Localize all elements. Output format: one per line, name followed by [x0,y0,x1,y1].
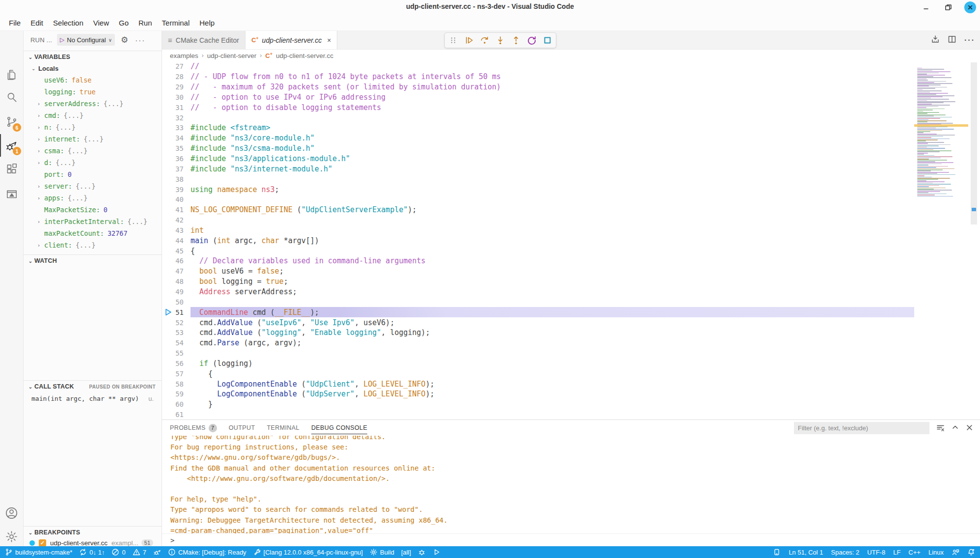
code-editor[interactable]: 27//28// - UDP flow from n0 to n1 of 102… [162,61,980,419]
line-number[interactable]: 49 [162,288,191,296]
menu-item-go[interactable]: Go [114,17,134,29]
status-utf-8[interactable]: UTF-8 [867,549,885,556]
line-number[interactable]: 59 [162,390,191,398]
stop-icon[interactable] [542,35,553,46]
source-control-icon[interactable]: 6 [0,111,23,133]
clear-filter-icon[interactable] [936,423,945,433]
menu-item-selection[interactable]: Selection [48,17,88,29]
breakpoints-section-header[interactable]: ⌄ BREAKPOINTS [24,526,162,538]
line-number[interactable]: 61 [162,411,191,418]
run-debug-icon[interactable]: 1 [0,134,23,157]
split-editor-icon[interactable] [948,35,956,46]
close-panel-icon[interactable] [966,424,973,433]
minimize-icon[interactable] [921,2,932,13]
scrollbar-thumb[interactable] [971,62,977,224]
status--all-[interactable]: [all] [401,549,411,556]
panel-tab-terminal[interactable]: TERMINAL [267,420,299,436]
status-branch-icon[interactable]: buildsystem-cmake* [5,548,72,556]
toolbar-drag-handle[interactable] [448,35,459,46]
extensions-icon[interactable] [0,158,23,180]
variable-row[interactable]: ›apps:{...} [24,192,162,204]
status-linux[interactable]: Linux [928,549,944,556]
step-out-icon[interactable] [511,35,521,46]
line-number[interactable]: 35 [162,144,191,152]
status-lf[interactable]: LF [893,549,900,556]
status-debug-status-icon[interactable] [153,548,161,556]
variable-row[interactable]: ›logging:true [24,86,162,98]
line-number[interactable]: 52 [162,319,191,327]
line-number[interactable]: 42 [162,216,191,224]
step-into-icon[interactable] [495,35,506,46]
line-number[interactable]: 38 [162,175,191,183]
line-number[interactable]: 30 [162,93,191,101]
search-icon[interactable] [0,86,23,109]
console-prompt[interactable]: > [162,533,980,546]
status-wrench-icon[interactable]: [Clang 12.0.0 x86_64-pc-linux-gnu] [253,548,363,556]
status-play-icon[interactable] [433,548,440,556]
close-tab-icon[interactable]: × [327,36,331,44]
variable-row[interactable]: ›client:{...} [24,239,162,251]
continue-icon[interactable] [463,35,474,46]
status-warning-icon[interactable]: 7 [133,548,146,556]
menu-item-view[interactable]: View [88,17,114,29]
panel-tab-problems[interactable]: PROBLEMS7 [170,420,217,436]
variable-row[interactable]: ›MaxPacketSize:0 [24,204,162,216]
variable-row[interactable]: ›useV6:false [24,74,162,86]
variable-row[interactable]: ›cmd:{...} [24,110,162,121]
more-actions-icon[interactable]: ··· [964,36,975,45]
stack-frame-row[interactable]: main(int argc, char ** argv) u. [24,393,162,404]
editor-scrollbar[interactable] [968,61,980,419]
menu-item-edit[interactable]: Edit [26,17,48,29]
variable-row[interactable]: ›csma:{...} [24,145,162,157]
launch-config-dropdown[interactable]: ▷ No Configural ∨ [57,34,115,46]
status-bell-icon[interactable] [967,548,975,556]
panel-tab-debug-console[interactable]: DEBUG CONSOLE [311,420,367,436]
line-number[interactable]: 29 [162,83,191,91]
variable-row[interactable]: ›d:{...} [24,157,162,168]
close-icon[interactable]: ✕ [964,1,976,13]
line-number[interactable]: 53 [162,329,191,336]
line-number[interactable]: 27 [162,62,191,70]
line-number[interactable]: 46 [162,257,191,265]
start-debug-icon[interactable]: ▷ [60,36,64,43]
cmake-panel-icon[interactable] [0,183,23,206]
line-number[interactable]: 47 [162,267,191,275]
variable-row[interactable]: ›server:{...} [24,180,162,192]
line-number[interactable]: 60 [162,400,191,408]
console-filter-input[interactable] [794,422,929,434]
variable-row[interactable]: ›n:{...} [24,121,162,133]
line-number[interactable]: 39 [162,186,191,194]
line-number[interactable]: 37 [162,165,191,173]
editor-tab-1[interactable]: ≡CMake Cache Editor [162,31,245,49]
line-number[interactable]: 32 [162,114,191,122]
watch-section-header[interactable]: ⌄ WATCH [24,254,162,267]
step-over-icon[interactable] [479,35,490,46]
menu-item-terminal[interactable]: Terminal [157,17,195,29]
editor-tab-2[interactable]: C+udp-client-server.cc× [245,31,337,49]
restart-icon[interactable] [526,35,537,46]
status-sync-icon[interactable]: 0↓ 1↑ [79,548,105,556]
breakpoint-checkbox[interactable]: ✓ [39,539,46,547]
line-number[interactable]: 36 [162,155,191,163]
breadcrumb-item[interactable]: examples [170,52,198,59]
status-device-icon[interactable] [773,548,781,556]
explorer-icon[interactable] [0,64,23,86]
line-number[interactable]: 54 [162,339,191,347]
debug-more-actions-icon[interactable]: ··· [135,36,145,44]
minimap[interactable] [914,61,968,419]
status-ln-51-col-1[interactable]: Ln 51, Col 1 [789,549,823,556]
line-number[interactable]: 31 [162,104,191,112]
breadcrumb-item[interactable]: udp-client-server [207,52,257,59]
menu-item-help[interactable]: Help [194,17,219,29]
variable-row[interactable]: ›internet:{...} [24,133,162,145]
line-number[interactable]: 55 [162,349,191,357]
line-number[interactable]: 45 [162,247,191,255]
variable-row[interactable]: ›port:0 [24,168,162,180]
line-number[interactable]: 56 [162,360,191,367]
status-error-icon[interactable]: 0 [111,548,125,556]
status-feedback-icon[interactable] [952,548,959,556]
line-number[interactable]: 57 [162,370,191,378]
status-c-[interactable]: C++ [908,549,921,556]
line-number[interactable]: 28 [162,73,191,81]
line-number[interactable]: 43 [162,226,191,234]
